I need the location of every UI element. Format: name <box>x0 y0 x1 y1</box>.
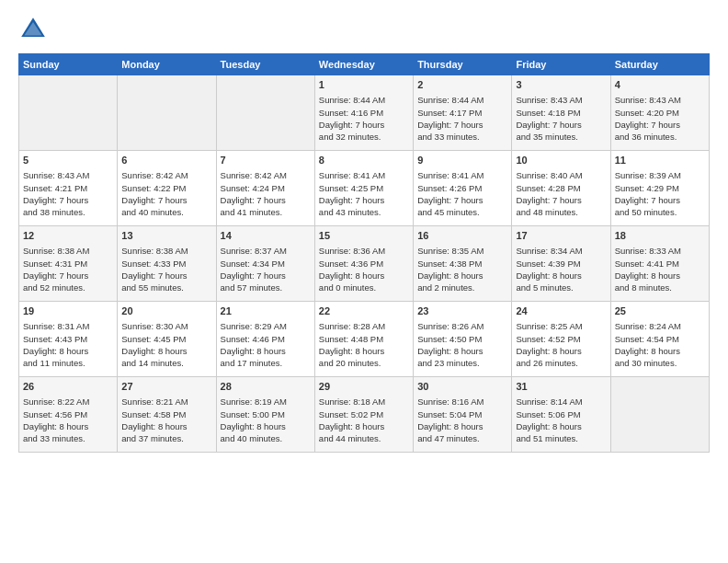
day-info-line: Sunrise: 8:43 AM <box>615 94 705 106</box>
day-info-line: Sunrise: 8:14 AM <box>516 396 606 408</box>
table-row: 28Sunrise: 8:19 AMSunset: 5:00 PMDayligh… <box>216 377 314 453</box>
day-info-line: and 17 minutes. <box>221 357 311 369</box>
day-info-line: Sunset: 5:04 PM <box>417 408 507 420</box>
day-info-line: Sunrise: 8:22 AM <box>23 396 113 408</box>
day-info-line: Daylight: 7 hours <box>319 119 409 131</box>
day-info-line: Sunset: 5:02 PM <box>319 408 409 420</box>
day-info-line: Sunrise: 8:28 AM <box>319 320 409 332</box>
day-info-line: Daylight: 7 hours <box>516 119 606 131</box>
day-info-line: Daylight: 8 hours <box>417 420 507 432</box>
day-info-line: and 40 minutes. <box>121 206 211 218</box>
day-number: 15 <box>319 229 409 243</box>
table-row: 3Sunrise: 8:43 AMSunset: 4:18 PMDaylight… <box>512 75 610 151</box>
day-info-line: Daylight: 7 hours <box>417 194 507 206</box>
day-number: 4 <box>615 78 705 92</box>
day-info-line: and 57 minutes. <box>221 282 311 293</box>
day-info-line: Sunrise: 8:44 AM <box>417 94 507 106</box>
table-row <box>118 75 216 151</box>
day-info-line: Sunrise: 8:21 AM <box>121 396 211 408</box>
day-number: 10 <box>516 154 606 167</box>
table-row: 14Sunrise: 8:37 AMSunset: 4:34 PMDayligh… <box>216 226 314 302</box>
day-info-line: Sunset: 4:43 PM <box>23 333 113 345</box>
day-info-line: and 20 minutes. <box>319 357 409 369</box>
col-saturday: Saturday <box>610 54 709 75</box>
day-info-line: Daylight: 8 hours <box>417 270 507 282</box>
day-number: 14 <box>221 229 311 243</box>
day-number: 31 <box>516 380 606 394</box>
day-info-line: and 51 minutes. <box>516 432 606 444</box>
day-info-line: Sunset: 4:29 PM <box>615 182 705 194</box>
table-row: 24Sunrise: 8:25 AMSunset: 4:52 PMDayligh… <box>512 302 610 377</box>
day-info-line: Sunrise: 8:35 AM <box>417 245 507 257</box>
day-info-line: Daylight: 7 hours <box>615 194 705 206</box>
table-row: 7Sunrise: 8:42 AMSunset: 4:24 PMDaylight… <box>216 151 314 226</box>
day-info-line: Daylight: 8 hours <box>121 345 211 357</box>
day-info-line: Sunrise: 8:18 AM <box>319 396 409 408</box>
day-number: 22 <box>319 304 409 318</box>
day-number: 6 <box>121 154 211 167</box>
day-number: 11 <box>615 154 705 167</box>
col-wednesday: Wednesday <box>314 54 413 75</box>
day-number: 21 <box>221 304 311 318</box>
day-number: 8 <box>319 154 409 167</box>
day-number: 23 <box>417 304 507 318</box>
day-number: 13 <box>121 229 211 243</box>
table-row: 22Sunrise: 8:28 AMSunset: 4:48 PMDayligh… <box>314 302 413 377</box>
day-info-line: Sunset: 4:38 PM <box>417 258 507 270</box>
col-thursday: Thursday <box>414 54 512 75</box>
table-row: 19Sunrise: 8:31 AMSunset: 4:43 PMDayligh… <box>19 302 118 377</box>
day-info-line: and 43 minutes. <box>319 206 409 218</box>
day-info-line: Sunset: 4:18 PM <box>516 107 606 119</box>
day-info-line: Sunrise: 8:42 AM <box>121 169 211 181</box>
day-info-line: Sunset: 4:56 PM <box>23 408 113 420</box>
day-info-line: and 8 minutes. <box>615 282 705 293</box>
day-number: 25 <box>615 304 705 318</box>
day-info-line: and 47 minutes. <box>417 432 507 444</box>
day-info-line: Sunrise: 8:41 AM <box>319 169 409 181</box>
day-info-line: Daylight: 7 hours <box>121 270 211 282</box>
day-info-line: and 33 minutes. <box>417 131 507 143</box>
day-number: 5 <box>23 154 113 167</box>
day-info-line: Daylight: 7 hours <box>615 119 705 131</box>
day-info-line: and 50 minutes. <box>615 206 705 218</box>
day-number: 18 <box>615 229 705 243</box>
day-number: 28 <box>221 380 311 394</box>
col-tuesday: Tuesday <box>216 54 314 75</box>
day-info-line: Sunrise: 8:29 AM <box>221 320 311 332</box>
day-info-line: and 36 minutes. <box>615 131 705 143</box>
table-row: 18Sunrise: 8:33 AMSunset: 4:41 PMDayligh… <box>610 226 709 302</box>
day-info-line: Sunrise: 8:19 AM <box>221 396 311 408</box>
day-info-line: and 41 minutes. <box>221 206 311 218</box>
table-row <box>216 75 314 151</box>
calendar-week-row: 12Sunrise: 8:38 AMSunset: 4:31 PMDayligh… <box>19 226 710 302</box>
day-info-line: Daylight: 7 hours <box>121 194 211 206</box>
day-info-line: Sunset: 4:26 PM <box>417 182 507 194</box>
day-number: 7 <box>221 154 311 167</box>
table-row: 1Sunrise: 8:44 AMSunset: 4:16 PMDaylight… <box>314 75 413 151</box>
day-info-line: Sunset: 4:21 PM <box>23 182 113 194</box>
day-info-line: and 5 minutes. <box>516 282 606 293</box>
table-row: 4Sunrise: 8:43 AMSunset: 4:20 PMDaylight… <box>610 75 709 151</box>
day-info-line: and 55 minutes. <box>121 282 211 293</box>
day-info-line: Daylight: 7 hours <box>221 270 311 282</box>
day-info-line: Daylight: 7 hours <box>516 194 606 206</box>
day-info-line: Daylight: 7 hours <box>221 194 311 206</box>
day-info-line: Daylight: 7 hours <box>23 194 113 206</box>
day-info-line: and 23 minutes. <box>417 357 507 369</box>
day-info-line: Sunrise: 8:42 AM <box>221 169 311 181</box>
day-info-line: Daylight: 7 hours <box>417 119 507 131</box>
day-info-line: and 45 minutes. <box>417 206 507 218</box>
day-info-line: Sunset: 4:36 PM <box>319 258 409 270</box>
day-number: 19 <box>23 304 113 318</box>
day-number: 12 <box>23 229 113 243</box>
day-info-line: Daylight: 7 hours <box>319 194 409 206</box>
calendar-week-row: 1Sunrise: 8:44 AMSunset: 4:16 PMDaylight… <box>19 75 710 151</box>
table-row: 16Sunrise: 8:35 AMSunset: 4:38 PMDayligh… <box>414 226 512 302</box>
day-info-line: Sunset: 4:17 PM <box>417 107 507 119</box>
table-row: 6Sunrise: 8:42 AMSunset: 4:22 PMDaylight… <box>118 151 216 226</box>
day-info-line: Sunrise: 8:33 AM <box>615 245 705 257</box>
day-info-line: Sunset: 4:45 PM <box>121 333 211 345</box>
day-info-line: Daylight: 8 hours <box>221 420 311 432</box>
table-row: 11Sunrise: 8:39 AMSunset: 4:29 PMDayligh… <box>610 151 709 226</box>
day-info-line: Daylight: 8 hours <box>221 345 311 357</box>
